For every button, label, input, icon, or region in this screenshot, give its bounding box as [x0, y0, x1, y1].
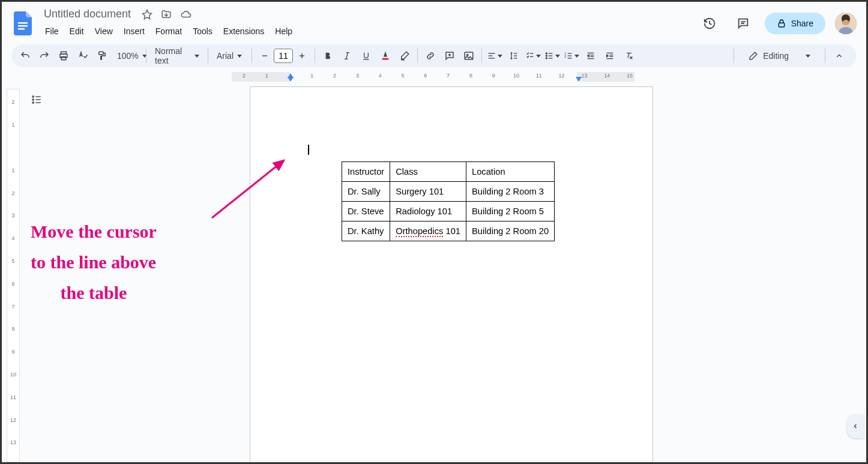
chevron-down-icon [555, 55, 560, 58]
docs-logo-icon[interactable] [11, 11, 35, 35]
undo-button[interactable] [16, 47, 34, 65]
show-side-panel-button[interactable] [847, 414, 864, 438]
share-label: Share [791, 19, 813, 28]
star-icon[interactable] [142, 9, 152, 20]
separator [825, 49, 825, 63]
table-cell[interactable]: Dr. Kathy [342, 221, 390, 241]
underline-button[interactable] [357, 47, 375, 65]
highlight-button[interactable] [396, 47, 414, 65]
bold-button[interactable] [319, 47, 337, 65]
title-area: Untitled document File Edit View Insert … [40, 7, 693, 40]
svg-rect-0 [18, 22, 28, 24]
table-cell[interactable]: Orthopedics 101 [390, 221, 466, 241]
increase-indent-button[interactable] [601, 47, 619, 65]
header: Untitled document File Edit View Insert … [2, 2, 866, 40]
page-content[interactable]: Instructor Class Location Dr. Sally Surg… [250, 87, 653, 241]
align-button[interactable] [486, 47, 504, 65]
table-row[interactable]: Dr. Sally Surgery 101 Building 2 Room 3 [342, 182, 555, 202]
decrease-font-button[interactable] [256, 47, 274, 65]
left-indent-marker[interactable] [288, 77, 294, 82]
title-row: Untitled document [40, 7, 693, 22]
menu-insert[interactable]: Insert [119, 24, 149, 38]
svg-point-24 [467, 54, 468, 55]
vertical-ruler[interactable]: 21123456789101112131415 [2, 72, 25, 462]
svg-rect-2 [18, 28, 25, 30]
zoom-select[interactable]: 100% [112, 47, 142, 65]
table-row[interactable]: Instructor Class Location [342, 162, 555, 182]
paragraph-style-select[interactable]: Normal text [150, 47, 204, 65]
table-cell[interactable]: Instructor [342, 162, 390, 182]
menu-tools[interactable]: Tools [188, 24, 217, 38]
cloud-status-icon[interactable] [180, 9, 192, 20]
menu-bar: File Edit View Insert Format Tools Exten… [40, 23, 693, 40]
menu-help[interactable]: Help [270, 24, 297, 38]
document-page[interactable]: Instructor Class Location Dr. Sally Surg… [250, 86, 653, 462]
table-cell[interactable]: Building 2 Room 20 [466, 221, 555, 241]
title-actions [142, 9, 192, 20]
document-table[interactable]: Instructor Class Location Dr. Sally Surg… [342, 161, 555, 241]
table-cell[interactable]: Building 2 Room 5 [466, 202, 555, 221]
line-spacing-button[interactable] [505, 47, 523, 65]
increase-font-button[interactable] [293, 47, 311, 65]
table-cell[interactable]: Location [466, 162, 555, 182]
comments-icon[interactable] [731, 11, 755, 35]
chevron-down-icon [498, 55, 502, 58]
print-button[interactable] [55, 47, 73, 65]
clear-formatting-button[interactable] [620, 47, 638, 65]
separator [734, 49, 734, 63]
redo-button[interactable] [35, 47, 53, 65]
menu-view[interactable]: View [90, 24, 118, 38]
chevron-down-icon [574, 55, 579, 58]
spellcheck-button[interactable] [74, 47, 92, 65]
numbered-list-button[interactable]: 12 [562, 47, 580, 65]
editing-mode-button[interactable]: Editing [739, 47, 820, 64]
chevron-down-icon [806, 55, 810, 58]
text-color-button[interactable] [376, 47, 394, 65]
menu-file[interactable]: File [40, 24, 64, 38]
toolbar-container: 100% Normal text Arial [2, 40, 866, 72]
decrease-indent-button[interactable] [582, 47, 600, 65]
separator [146, 49, 146, 63]
text-cursor [308, 145, 309, 155]
checklist-button[interactable] [524, 47, 542, 65]
header-right: Share [698, 11, 857, 35]
avatar[interactable] [835, 13, 857, 34]
svg-point-33 [546, 53, 547, 54]
table-cell[interactable]: Surgery 101 [390, 182, 466, 202]
font-size-group [256, 47, 311, 65]
svg-rect-11 [99, 52, 104, 55]
table-row[interactable]: Dr. Kathy Orthopedics 101 Building 2 Roo… [342, 221, 555, 241]
insert-link-button[interactable] [421, 47, 439, 65]
separator [208, 49, 208, 63]
svg-line-17 [346, 53, 348, 59]
table-cell[interactable]: Building 2 Room 3 [466, 182, 555, 202]
table-cell[interactable]: Radiology 101 [390, 202, 466, 221]
table-cell[interactable]: Dr. Steve [342, 202, 390, 221]
svg-rect-1 [18, 25, 28, 27]
toolbar: 100% Normal text Arial [11, 44, 857, 67]
add-comment-button[interactable] [441, 47, 459, 65]
svg-text:2: 2 [564, 55, 566, 58]
menu-edit[interactable]: Edit [65, 24, 89, 38]
font-select[interactable]: Arial [212, 47, 248, 65]
menu-extensions[interactable]: Extensions [219, 24, 269, 38]
bulleted-list-button[interactable] [543, 47, 561, 65]
table-cell[interactable]: Class [390, 162, 466, 182]
paint-format-button[interactable] [93, 47, 111, 65]
horizontal-ruler[interactable]: 21123456789101112131415 [25, 72, 866, 85]
document-title[interactable]: Untitled document [40, 7, 134, 22]
table-row[interactable]: Dr. Steve Radiology 101 Building 2 Room … [342, 202, 555, 221]
empty-line-above-table[interactable] [308, 145, 595, 155]
svg-point-34 [546, 55, 547, 56]
collapse-toolbar-button[interactable] [830, 47, 848, 65]
insert-image-button[interactable] [460, 47, 478, 65]
move-icon[interactable] [161, 9, 172, 20]
italic-button[interactable] [338, 47, 356, 65]
share-button[interactable]: Share [765, 13, 825, 34]
menu-format[interactable]: Format [151, 24, 187, 38]
font-size-input[interactable] [274, 49, 293, 63]
history-icon[interactable] [698, 11, 722, 35]
svg-rect-19 [382, 58, 389, 60]
separator [315, 49, 315, 63]
table-cell[interactable]: Dr. Sally [342, 182, 390, 202]
